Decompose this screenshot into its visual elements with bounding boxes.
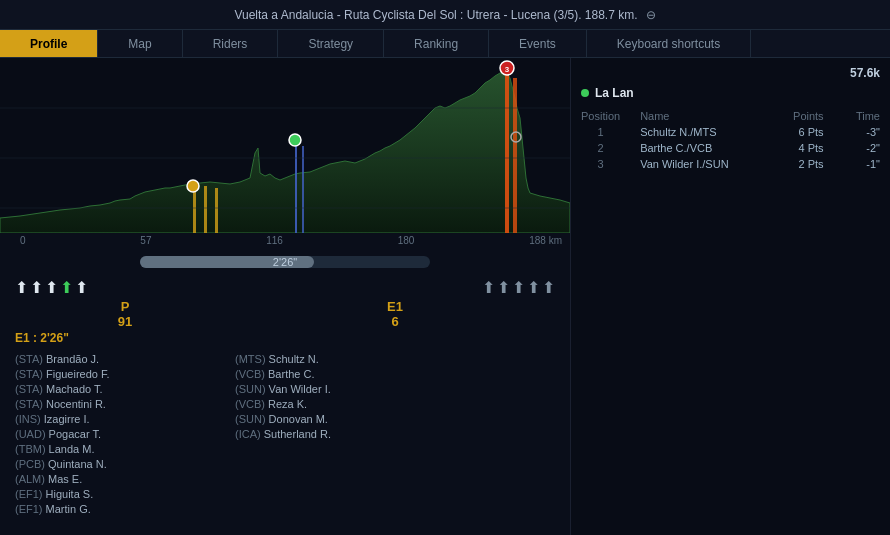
km-57: 57 — [140, 235, 151, 246]
list-item: (INS) Izagirre I. — [15, 413, 215, 425]
rider-icon-2: ⬆ — [30, 278, 43, 297]
list-item: (EF1) Higuita S. — [15, 488, 215, 500]
rank-time: -3" — [834, 124, 890, 140]
right-panel: 57.6k La Lan Position Name Points Time 1… — [570, 58, 890, 535]
table-row: 3 Van Wilder I./SUN 2 Pts -1" — [571, 156, 890, 172]
svg-rect-7 — [513, 78, 517, 233]
list-item: (MTS) Schultz N. — [235, 353, 435, 365]
rank-points: 4 Pts — [769, 140, 834, 156]
list-item: (STA) Figueiredo F. — [15, 368, 215, 380]
col-time: Time — [834, 108, 890, 124]
svg-rect-4 — [295, 143, 297, 233]
rank-name: Schultz N./MTS — [630, 124, 769, 140]
gap-e1-label: E1 — [235, 299, 555, 314]
tab-map[interactable]: Map — [98, 30, 182, 57]
km-188: 188 km — [529, 235, 562, 246]
rank-name: Barthe C./VCB — [630, 140, 769, 156]
rider-icon-9: ⬆ — [527, 278, 540, 297]
rider-icon-4: ⬆ — [60, 278, 73, 297]
gap-time-label: 2'26" — [273, 256, 297, 268]
km-0: 0 — [20, 235, 26, 246]
rider-icon-1: ⬆ — [15, 278, 28, 297]
stage-title: Vuelta a Andalucia - Ruta Cyclista Del S… — [234, 8, 637, 22]
list-item: (SUN) Donovan M. — [235, 413, 435, 425]
gap-left-group: P 91 — [15, 299, 235, 329]
svg-text:3: 3 — [505, 65, 510, 74]
rank-name: Van Wilder I./SUN — [630, 156, 769, 172]
sprint-name: La Lan — [595, 86, 634, 100]
list-item: (STA) Brandão J. — [15, 353, 215, 365]
tab-ranking[interactable]: Ranking — [384, 30, 489, 57]
list-item: (STA) Nocentini R. — [15, 398, 215, 410]
col-position: Position — [571, 108, 630, 124]
gap-numbers: P 91 E1 6 — [0, 299, 570, 329]
table-row: 1 Schultz N./MTS 6 Pts -3" — [571, 124, 890, 140]
close-icon[interactable]: ⊖ — [646, 8, 656, 22]
tab-events[interactable]: Events — [489, 30, 587, 57]
rider-icons-left: ⬆ ⬆ ⬆ ⬆ ⬆ ⬆ ⬆ ⬆ ⬆ ⬆ — [0, 276, 570, 299]
gap-p-number: 91 — [15, 314, 235, 329]
tab-strategy[interactable]: Strategy — [278, 30, 384, 57]
rider-icon-6: ⬆ — [482, 278, 495, 297]
rank-position: 1 — [571, 124, 630, 140]
list-item: (TBM) Landa M. — [15, 443, 215, 455]
ranking-table: Position Name Points Time 1 Schultz N./M… — [571, 108, 890, 172]
list-item: (STA) Machado T. — [15, 383, 215, 395]
list-item: (EF1) Martin G. — [15, 503, 215, 515]
sprint-indicator: La Lan — [571, 82, 890, 104]
rank-time: -2" — [834, 140, 890, 156]
title-bar: Vuelta a Andalucia - Ruta Cyclista Del S… — [0, 0, 890, 30]
gap-bar: 2'26" — [140, 256, 430, 268]
gap-section: 2'26" — [0, 248, 570, 276]
distance-badge: 57.6k — [571, 64, 890, 82]
e1-time-label: E1 : 2'26" — [0, 329, 570, 347]
tab-profile[interactable]: Profile — [0, 30, 98, 57]
rider-icon-7: ⬆ — [497, 278, 510, 297]
rider-icon-10: ⬆ — [542, 278, 555, 297]
rider-icon-5: ⬆ — [75, 278, 88, 297]
tab-riders[interactable]: Riders — [183, 30, 279, 57]
rider-icon-3: ⬆ — [45, 278, 58, 297]
km-180: 180 — [398, 235, 415, 246]
main-content: 3 0 57 116 180 188 km 2'26" — [0, 58, 890, 535]
elevation-chart: 3 — [0, 58, 570, 233]
list-item: (ICA) Sutherland R. — [235, 428, 435, 440]
svg-rect-5 — [302, 146, 304, 233]
rank-position: 3 — [571, 156, 630, 172]
svg-rect-6 — [505, 70, 509, 233]
tab-bar: Profile Map Riders Strategy Ranking Even… — [0, 30, 890, 58]
list-item: (PCB) Quintana N. — [15, 458, 215, 470]
col-name: Name — [630, 108, 769, 124]
rider-col-right: (MTS) Schultz N.(VCB) Barthe C.(SUN) Van… — [235, 353, 435, 515]
svg-point-8 — [187, 180, 199, 192]
gap-e1-number: 6 — [235, 314, 555, 329]
list-item: (ALM) Mas E. — [15, 473, 215, 485]
table-row: 2 Barthe C./VCB 4 Pts -2" — [571, 140, 890, 156]
rank-position: 2 — [571, 140, 630, 156]
rider-list: (STA) Brandão J.(STA) Figueiredo F.(STA)… — [0, 347, 570, 521]
km-labels: 0 57 116 180 188 km — [0, 233, 570, 248]
svg-point-9 — [289, 134, 301, 146]
svg-rect-2 — [204, 186, 207, 233]
list-item: (SUN) Van Wilder I. — [235, 383, 435, 395]
rider-col-left: (STA) Brandão J.(STA) Figueiredo F.(STA)… — [15, 353, 215, 515]
col-points: Points — [769, 108, 834, 124]
list-item: (VCB) Reza K. — [235, 398, 435, 410]
rank-points: 6 Pts — [769, 124, 834, 140]
chart-area: 3 0 57 116 180 188 km 2'26" — [0, 58, 570, 535]
list-item: (VCB) Barthe C. — [235, 368, 435, 380]
gap-right-group: E1 6 — [235, 299, 555, 329]
km-116: 116 — [266, 235, 283, 246]
svg-rect-3 — [215, 188, 218, 233]
svg-rect-1 — [193, 188, 196, 233]
tab-shortcuts[interactable]: Keyboard shortcuts — [587, 30, 751, 57]
sprint-dot — [581, 89, 589, 97]
rider-icon-8: ⬆ — [512, 278, 525, 297]
rank-time: -1" — [834, 156, 890, 172]
gap-p-label: P — [15, 299, 235, 314]
rank-points: 2 Pts — [769, 156, 834, 172]
list-item: (UAD) Pogacar T. — [15, 428, 215, 440]
